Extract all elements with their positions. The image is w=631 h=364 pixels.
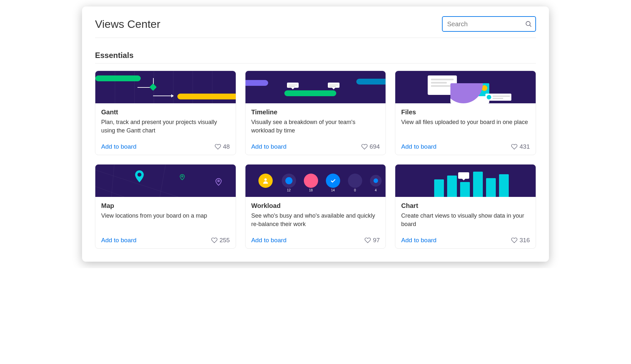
likes[interactable]: 97 xyxy=(364,237,380,244)
likes[interactable]: 694 xyxy=(361,143,380,150)
map-pin-icon xyxy=(215,178,222,187)
card-desc: Create chart views to visually show data… xyxy=(401,211,530,228)
svg-point-2 xyxy=(137,173,141,177)
likes-count: 97 xyxy=(373,237,380,244)
add-to-board-button[interactable]: Add to board xyxy=(251,237,287,244)
card-map[interactable]: Map View locations from your board on a … xyxy=(95,164,236,249)
card-timeline[interactable]: Timeline Visually see a breakdown of you… xyxy=(245,71,386,155)
card-desc: View all files uploaded to your board in… xyxy=(401,118,530,135)
map-pin-icon xyxy=(134,170,145,183)
card-title: Map xyxy=(101,202,230,210)
section-title: Essentials xyxy=(95,51,536,63)
card-gantt[interactable]: Gantt Plan, track and present your proje… xyxy=(95,71,236,155)
search-wrap xyxy=(442,16,536,32)
svg-line-1 xyxy=(530,25,531,27)
likes-count: 48 xyxy=(223,143,230,150)
heart-icon xyxy=(364,237,371,244)
map-pin-icon xyxy=(180,174,185,181)
svg-point-3 xyxy=(182,176,183,177)
card-desc: See who's busy and who's available and q… xyxy=(251,211,380,228)
heart-icon xyxy=(511,237,518,244)
check-icon xyxy=(330,177,336,184)
card-title: Gantt xyxy=(101,108,230,116)
likes-count: 431 xyxy=(519,143,530,150)
card-desc: View locations from your board on a map xyxy=(101,211,230,228)
workload-value: 14 xyxy=(326,188,340,192)
heart-icon xyxy=(215,143,221,150)
header: Views Center xyxy=(95,16,536,38)
workload-value: 12 xyxy=(282,188,296,192)
card-title: Files xyxy=(401,108,530,116)
add-to-board-button[interactable]: Add to board xyxy=(101,237,137,244)
card-title: Timeline xyxy=(251,108,380,116)
card-workload[interactable]: 12 18 14 0 4 Workload See who's busy and… xyxy=(245,164,386,249)
likes[interactable]: 255 xyxy=(211,237,230,244)
workload-value: 18 xyxy=(304,188,318,192)
search-icon xyxy=(525,20,532,28)
person-icon xyxy=(262,177,269,184)
heart-icon xyxy=(361,143,368,150)
cards-grid: Gantt Plan, track and present your proje… xyxy=(95,71,536,249)
timeline-thumb xyxy=(245,71,386,103)
workload-value: 0 xyxy=(348,188,362,192)
add-to-board-button[interactable]: Add to board xyxy=(401,143,436,150)
svg-point-4 xyxy=(218,180,220,182)
svg-point-5 xyxy=(264,178,267,181)
page-title: Views Center xyxy=(95,18,161,30)
heart-icon xyxy=(511,143,518,150)
workload-value: 4 xyxy=(369,188,383,192)
card-title: Chart xyxy=(401,202,530,210)
likes[interactable]: 431 xyxy=(511,143,530,150)
card-desc: Plan, track and present your projects vi… xyxy=(101,118,230,135)
chart-thumb xyxy=(395,165,536,197)
card-desc: Visually see a breakdown of your team's … xyxy=(251,118,380,135)
likes-count: 694 xyxy=(370,143,380,150)
files-thumb xyxy=(395,71,536,103)
gantt-thumb xyxy=(95,71,236,103)
workload-thumb: 12 18 14 0 4 xyxy=(245,165,386,197)
likes-count: 255 xyxy=(220,237,230,244)
card-title: Workload xyxy=(251,202,380,210)
svg-point-0 xyxy=(526,21,530,26)
add-to-board-button[interactable]: Add to board xyxy=(101,143,137,150)
heart-icon xyxy=(211,237,218,244)
views-center-panel: Views Center Essentials Gantt Plan, trac… xyxy=(82,6,549,262)
search-input[interactable] xyxy=(442,16,536,32)
card-chart[interactable]: Chart Create chart views to visually sho… xyxy=(395,164,536,249)
add-to-board-button[interactable]: Add to board xyxy=(251,143,287,150)
likes[interactable]: 48 xyxy=(215,143,230,150)
likes-count: 316 xyxy=(519,237,530,244)
card-files[interactable]: Files View all files uploaded to your bo… xyxy=(395,71,536,155)
add-to-board-button[interactable]: Add to board xyxy=(401,237,436,244)
map-thumb xyxy=(95,165,236,197)
likes[interactable]: 316 xyxy=(511,237,530,244)
